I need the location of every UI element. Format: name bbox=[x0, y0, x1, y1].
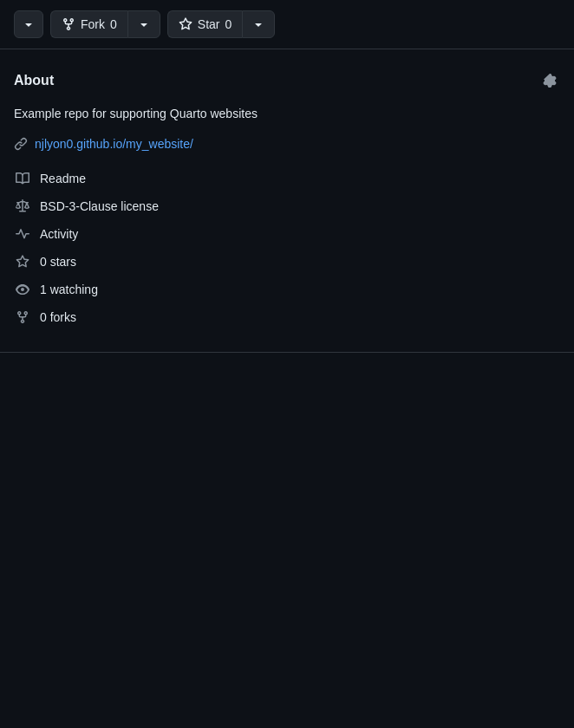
about-title: About bbox=[14, 73, 54, 88]
star-count: 0 bbox=[225, 18, 232, 30]
meta-stars[interactable]: 0 stars bbox=[14, 248, 560, 276]
eye-icon bbox=[14, 283, 31, 296]
about-header: About bbox=[14, 70, 560, 91]
star-meta-icon bbox=[14, 255, 31, 269]
link-icon bbox=[14, 137, 28, 151]
meta-watching[interactable]: 1 watching bbox=[14, 276, 560, 303]
star-chevron-icon bbox=[251, 17, 265, 31]
fork-icon bbox=[62, 17, 75, 31]
chevron-down-icon bbox=[22, 17, 36, 31]
meta-license[interactable]: BSD-3-Clause license bbox=[14, 192, 560, 220]
meta-readme[interactable]: Readme bbox=[14, 165, 560, 192]
gear-icon bbox=[543, 74, 557, 88]
meta-activity-label: Activity bbox=[40, 227, 78, 241]
fork-dropdown-button[interactable] bbox=[127, 10, 160, 38]
meta-forks[interactable]: 0 forks bbox=[14, 303, 560, 331]
star-button[interactable]: Star 0 bbox=[167, 10, 242, 38]
pulse-icon bbox=[14, 227, 31, 241]
fork-count: 0 bbox=[110, 18, 117, 30]
fork-label: Fork bbox=[81, 18, 105, 30]
star-dropdown-button[interactable] bbox=[242, 10, 275, 38]
about-link-text: njlyon0.github.io/my_website/ bbox=[35, 137, 193, 151]
star-button-group: Star 0 bbox=[167, 10, 275, 38]
star-label: Star bbox=[198, 18, 220, 30]
about-link[interactable]: njlyon0.github.io/my_website/ bbox=[14, 137, 560, 151]
meta-activity[interactable]: Activity bbox=[14, 220, 560, 248]
meta-readme-label: Readme bbox=[40, 172, 86, 185]
about-description: Example repo for supporting Quarto websi… bbox=[14, 105, 560, 123]
fork-button-group: Fork 0 bbox=[50, 10, 160, 38]
meta-license-label: BSD-3-Clause license bbox=[40, 199, 159, 213]
meta-forks-label: 0 forks bbox=[40, 310, 76, 324]
about-section: About Example repo for supporting Quarto… bbox=[0, 49, 574, 352]
book-icon bbox=[14, 172, 31, 185]
about-meta: Readme BSD-3-Clause license Activity bbox=[14, 165, 560, 331]
top-bar: Fork 0 Star 0 bbox=[0, 0, 574, 49]
about-settings-button[interactable] bbox=[539, 70, 560, 91]
fork-button[interactable]: Fork 0 bbox=[50, 10, 127, 38]
star-icon bbox=[179, 17, 192, 31]
meta-stars-label: 0 stars bbox=[40, 255, 76, 269]
bottom-divider bbox=[0, 352, 574, 353]
fork-meta-icon bbox=[14, 310, 31, 324]
scale-icon bbox=[14, 199, 31, 213]
fork-chevron-icon bbox=[137, 17, 151, 31]
left-chevron-button[interactable] bbox=[14, 10, 43, 38]
meta-watching-label: 1 watching bbox=[40, 283, 98, 296]
